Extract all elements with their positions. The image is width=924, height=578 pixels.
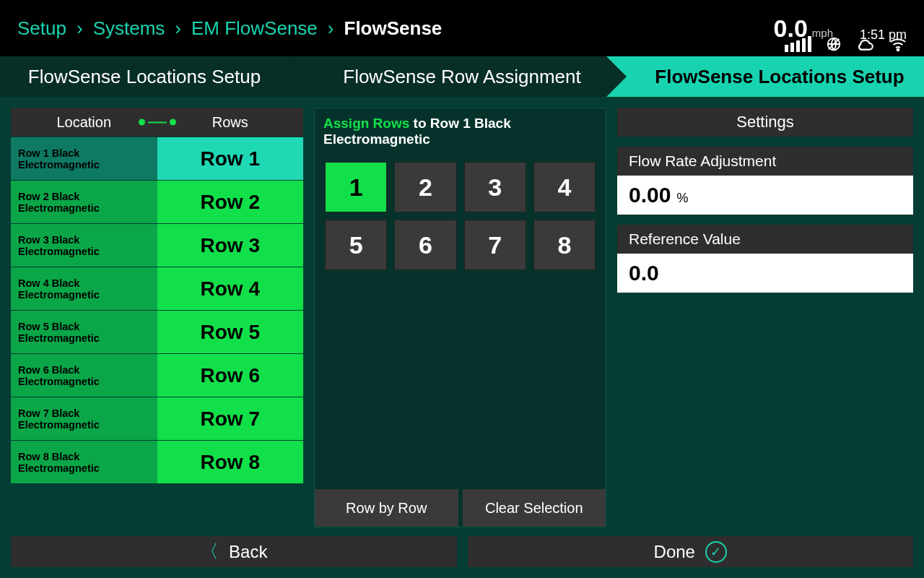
flow-rate-number: 0.00	[629, 183, 671, 207]
top-status-bar: Setup › Systems › EM FlowSense › FlowSen…	[0, 0, 924, 56]
locations-header-right: Rows	[157, 114, 304, 131]
location-cell-name: Row 7 Black Electromagnetic	[11, 397, 157, 440]
reference-value-setting: Reference Value 0.0	[617, 225, 913, 293]
assign-cell[interactable]: 2	[394, 162, 456, 212]
location-row[interactable]: Row 8 Black ElectromagneticRow 8	[11, 440, 303, 483]
locations-rows: Row 1 Black ElectromagneticRow 1Row 2 Bl…	[11, 137, 303, 483]
location-cell-row: Row 1	[157, 137, 304, 180]
check-circle-icon: ✓	[705, 541, 727, 563]
breadcrumb-systems[interactable]: Systems	[93, 17, 165, 40]
done-label: Done	[654, 542, 695, 562]
back-button[interactable]: 〈 Back	[11, 536, 457, 567]
assign-actions: Row by Row Clear Selection	[315, 489, 606, 527]
location-cell-name: Row 1 Black Electromagnetic	[11, 137, 157, 180]
tab-row: FlowSense Locations Setup FlowSense Row …	[0, 56, 924, 97]
location-cell-row: Row 7	[157, 397, 304, 440]
breadcrumb-current: FlowSense	[344, 17, 443, 40]
location-cell-row: Row 6	[157, 354, 304, 397]
location-row[interactable]: Row 7 Black ElectromagneticRow 7	[11, 397, 303, 440]
locations-header-left: Location	[11, 114, 157, 131]
svg-point-2	[897, 49, 899, 51]
tab-label: FlowSense Locations Setup	[655, 66, 904, 88]
assign-cell[interactable]: 5	[325, 220, 387, 270]
location-cell-row: Row 4	[157, 267, 304, 310]
locations-panel: Location Rows Row 1 Black Electromagneti…	[11, 108, 303, 527]
status-icons	[785, 36, 907, 52]
location-row[interactable]: Row 4 Black ElectromagneticRow 4	[11, 267, 303, 310]
location-row[interactable]: Row 2 Black ElectromagneticRow 2	[11, 180, 303, 223]
tab-locations-setup-1[interactable]: FlowSense Locations Setup	[0, 56, 289, 97]
locations-header: Location Rows	[11, 108, 303, 137]
wifi-icon	[889, 37, 907, 51]
tab-label: FlowSense Row Assignment	[343, 66, 580, 88]
row-by-row-button[interactable]: Row by Row	[315, 489, 458, 527]
tab-label: FlowSense Locations Setup	[28, 66, 261, 88]
chevron-right-icon: ›	[328, 17, 334, 40]
assign-cell[interactable]: 3	[464, 162, 526, 212]
flow-rate-setting: Flow Rate Adjustment 0.00 %	[617, 147, 913, 215]
location-cell-row: Row 3	[157, 224, 304, 267]
assign-cell[interactable]: 1	[325, 162, 387, 212]
assign-cell[interactable]: 4	[533, 162, 596, 212]
settings-panel: Settings Flow Rate Adjustment 0.00 % Ref…	[617, 108, 913, 527]
location-cell-row: Row 5	[157, 311, 304, 353]
flow-rate-label: Flow Rate Adjustment	[617, 147, 913, 176]
satellite-icon	[826, 36, 842, 52]
location-row[interactable]: Row 6 Black ElectromagneticRow 6	[11, 353, 303, 397]
location-cell-row: Row 8	[157, 441, 304, 483]
assign-title-highlight: Assign Rows	[323, 116, 409, 131]
location-row[interactable]: Row 3 Black ElectromagneticRow 3	[11, 223, 303, 267]
flow-rate-unit: %	[676, 191, 688, 206]
clear-selection-button[interactable]: Clear Selection	[463, 489, 606, 527]
assign-grid: 12345678	[315, 155, 606, 270]
assign-cell[interactable]: 6	[394, 220, 456, 270]
breadcrumb: Setup › Systems › EM FlowSense › FlowSen…	[17, 17, 442, 40]
location-cell-name: Row 3 Black Electromagnetic	[11, 224, 157, 267]
link-icon	[139, 119, 176, 126]
settings-title: Settings	[617, 108, 913, 137]
reference-value-number: 0.0	[629, 261, 659, 285]
signal-bars-icon	[785, 36, 811, 52]
assign-cell[interactable]: 7	[464, 220, 526, 270]
assign-title: Assign Rows to Row 1 Black Electromagnet…	[315, 108, 606, 155]
tab-locations-setup-2[interactable]: FlowSense Locations Setup	[606, 56, 924, 97]
location-row[interactable]: Row 1 Black ElectromagneticRow 1	[11, 137, 303, 180]
assign-panel: Assign Rows to Row 1 Black Electromagnet…	[314, 108, 606, 527]
chevron-right-icon: ›	[175, 17, 181, 40]
reference-value-field[interactable]: 0.0	[617, 254, 913, 293]
flow-rate-value[interactable]: 0.00 %	[617, 176, 913, 215]
back-label: Back	[229, 542, 267, 562]
breadcrumb-em-flowsense[interactable]: EM FlowSense	[191, 17, 318, 40]
location-cell-name: Row 8 Black Electromagnetic	[11, 441, 157, 483]
chevron-left-icon: 〈	[200, 539, 219, 564]
done-button[interactable]: Done ✓	[468, 536, 914, 567]
assign-cell[interactable]: 8	[533, 220, 596, 270]
location-cell-name: Row 4 Black Electromagnetic	[11, 267, 157, 310]
location-cell-name: Row 6 Black Electromagnetic	[11, 354, 157, 397]
chevron-right-icon: ›	[77, 17, 83, 40]
breadcrumb-setup[interactable]: Setup	[17, 17, 66, 40]
tab-row-assignment[interactable]: FlowSense Row Assignment	[289, 56, 606, 97]
reference-value-label: Reference Value	[617, 225, 913, 254]
location-cell-name: Row 5 Black Electromagnetic	[11, 311, 157, 353]
cloud-icon	[856, 36, 875, 52]
location-row[interactable]: Row 5 Black ElectromagneticRow 5	[11, 310, 303, 353]
main-area: Location Rows Row 1 Black Electromagneti…	[0, 97, 924, 527]
location-cell-row: Row 2	[157, 181, 304, 223]
bottom-bar: 〈 Back Done ✓	[0, 527, 924, 578]
location-cell-name: Row 2 Black Electromagnetic	[11, 181, 157, 223]
